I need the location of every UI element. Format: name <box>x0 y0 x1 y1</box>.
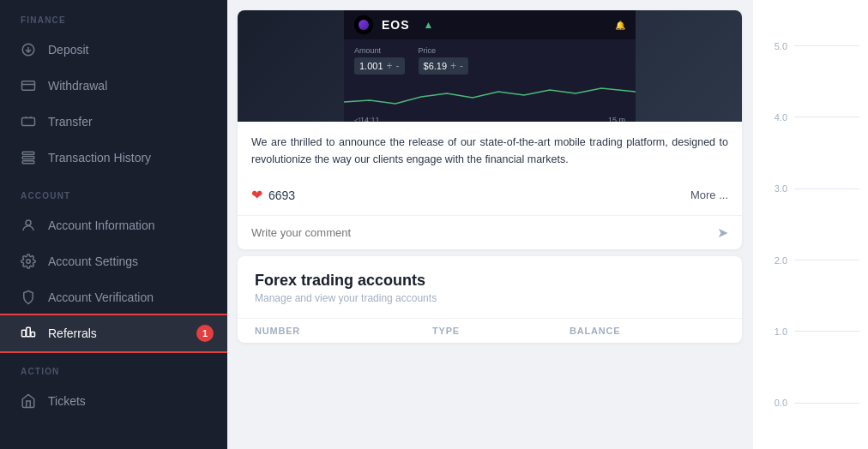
chart-row-30: 3.0 <box>762 153 859 224</box>
send-icon[interactable]: ➤ <box>717 224 728 241</box>
sidebar-section-account: ACCOUNT Account Information Account Sett… <box>0 176 227 351</box>
eos-amount-minus[interactable]: - <box>396 60 400 72</box>
sidebar-item-account-settings[interactable]: Account Settings <box>0 243 227 279</box>
heart-icon: ❤ <box>251 187 262 203</box>
eos-price-minus[interactable]: - <box>460 60 463 72</box>
sidebar-item-transaction-history-label: Transaction History <box>48 151 151 165</box>
section-label-finance: FINANCE <box>0 0 227 32</box>
deposit-icon <box>21 42 36 57</box>
chart-label-40: 4.0 <box>762 112 787 123</box>
forex-card: Forex trading accounts Manage and view y… <box>238 256 742 343</box>
svg-rect-4 <box>22 157 34 159</box>
svg-rect-1 <box>22 81 35 91</box>
section-label-account: ACCOUNT <box>0 176 227 207</box>
chart-gridline-30 <box>794 189 859 189</box>
svg-rect-10 <box>31 332 35 337</box>
news-card: EOS ▲ 🔔 Amount 1.001 + - Price <box>238 10 742 249</box>
likes-count: 6693 <box>268 189 295 202</box>
svg-rect-9 <box>27 327 31 337</box>
news-description: We are thrilled to announce the release … <box>251 134 728 168</box>
eos-amount-value: 1.001 + - <box>354 57 405 75</box>
eos-logo-inner <box>359 20 369 30</box>
col-number: NUMBER <box>238 319 415 344</box>
chart-label-30: 3.0 <box>762 183 787 194</box>
comment-input[interactable] <box>251 226 717 239</box>
eos-amount-label: Amount <box>354 46 405 55</box>
chart-row-20: 2.0 <box>762 224 859 296</box>
forex-table: NUMBER TYPE BALANCE <box>238 318 742 343</box>
shield-icon <box>21 290 36 305</box>
person-icon <box>21 218 36 233</box>
sidebar-item-referrals[interactable]: Referrals 1 <box>0 315 227 351</box>
eos-price-field: Price $6.19 + - <box>419 46 469 75</box>
chart-label-20: 2.0 <box>762 255 787 266</box>
history-icon <box>21 150 36 165</box>
chart-gridline-40 <box>794 117 859 117</box>
more-link[interactable]: More ... <box>690 189 728 201</box>
chart-row-50: 5.0 <box>762 10 859 81</box>
sidebar-item-deposit-label: Deposit <box>48 43 88 57</box>
sidebar-item-account-information[interactable]: Account Information <box>0 207 227 243</box>
chart-gridline-00 <box>794 403 859 404</box>
chart-area: 5.0 4.0 3.0 2.0 1.0 0.0 <box>762 10 859 439</box>
eos-interface: EOS ▲ 🔔 Amount 1.001 + - Price <box>344 10 636 122</box>
sidebar-item-tickets[interactable]: Tickets <box>0 383 227 419</box>
forex-subtitle: Manage and view your trading accounts <box>255 292 725 304</box>
withdrawal-icon <box>21 78 36 93</box>
chart-label-00: 0.0 <box>762 398 787 408</box>
eos-header: EOS ▲ 🔔 <box>344 10 636 39</box>
eos-price-plus[interactable]: + <box>450 60 456 72</box>
eos-amount-plus[interactable]: + <box>387 60 393 72</box>
sidebar-item-referrals-label: Referrals <box>48 326 97 340</box>
chart-label-50: 5.0 <box>762 41 787 51</box>
eos-footer: ◁14:11 15 m <box>344 112 636 122</box>
eos-amount-field: Amount 1.001 + - <box>354 46 405 75</box>
main-content: EOS ▲ 🔔 Amount 1.001 + - Price <box>227 0 752 449</box>
svg-rect-3 <box>22 152 34 154</box>
chart-gridline-10 <box>794 331 859 332</box>
news-footer: ❤ 6693 More ... <box>238 178 742 215</box>
svg-rect-5 <box>22 161 34 164</box>
chart-panel: 5.0 4.0 3.0 2.0 1.0 0.0 <box>752 0 868 449</box>
sidebar-item-withdrawal[interactable]: Withdrawal <box>0 68 227 104</box>
eos-price-label: Price <box>419 46 469 55</box>
referrals-badge: 1 <box>196 325 214 342</box>
sidebar-item-transfer-label: Transfer <box>48 115 93 129</box>
gear-icon <box>21 254 36 269</box>
chart-gridline-20 <box>794 260 859 260</box>
news-image: EOS ▲ 🔔 Amount 1.001 + - Price <box>238 10 742 122</box>
sidebar-item-account-verification[interactable]: Account Verification <box>0 279 227 315</box>
sidebar-item-deposit[interactable]: Deposit <box>0 32 227 68</box>
referrals-icon <box>21 326 36 341</box>
eos-price-value: $6.19 + - <box>419 57 469 75</box>
chart-row-10: 1.0 <box>762 296 859 367</box>
eos-mini-chart <box>344 85 636 109</box>
forex-table-header: NUMBER TYPE BALANCE <box>238 319 742 344</box>
chart-gridline-50 <box>794 45 859 46</box>
sidebar-section-action: ACTION Tickets <box>0 351 227 419</box>
sidebar-item-account-information-label: Account Information <box>48 219 155 232</box>
eos-symbol: EOS <box>382 18 410 32</box>
forex-title: Forex trading accounts <box>255 272 725 290</box>
sidebar-item-transfer[interactable]: Transfer <box>0 104 227 140</box>
comment-section: ➤ <box>238 215 742 249</box>
sidebar: FINANCE Deposit Withdrawal <box>0 0 227 449</box>
forex-header: Forex trading accounts Manage and view y… <box>238 256 742 309</box>
chart-row-00: 0.0 <box>762 368 859 439</box>
sidebar-item-transaction-history[interactable]: Transaction History <box>0 140 227 176</box>
col-type: TYPE <box>415 319 552 344</box>
eos-notification-icon: 🔔 <box>615 21 625 30</box>
eos-time: ◁14:11 <box>354 116 380 122</box>
chart-row-40: 4.0 <box>762 81 859 153</box>
eos-trend-icon: ▲ <box>424 19 434 31</box>
eos-price-number: $6.19 <box>424 61 448 71</box>
section-label-action: ACTION <box>0 351 227 383</box>
sidebar-section-finance: FINANCE Deposit Withdrawal <box>0 0 227 176</box>
sidebar-item-withdrawal-label: Withdrawal <box>48 79 107 93</box>
news-likes[interactable]: ❤ 6693 <box>251 187 295 203</box>
news-body: We are thrilled to announce the release … <box>238 122 742 178</box>
sidebar-item-account-settings-label: Account Settings <box>48 254 138 268</box>
svg-rect-2 <box>22 118 35 126</box>
eos-body: Amount 1.001 + - Price $6.19 + - <box>344 39 636 81</box>
svg-point-6 <box>26 220 31 225</box>
